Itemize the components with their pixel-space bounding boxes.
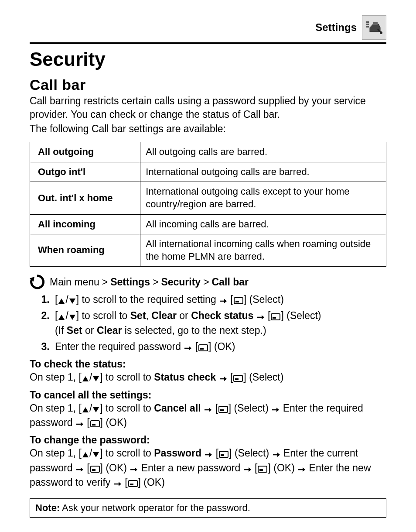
para-text: ] (OK): [100, 462, 130, 474]
section-label: Settings: [315, 21, 357, 34]
softkey-icon: [233, 375, 243, 382]
step-text: ] (Select): [244, 294, 284, 305]
step-text: ] to scroll to: [76, 310, 130, 321]
svg-rect-17: [273, 317, 276, 319]
svg-marker-13: [69, 315, 75, 320]
svg-rect-45: [221, 454, 224, 456]
softkey-icon: [218, 406, 228, 413]
intro-para-1: Call barring restricts certain calls usi…: [30, 94, 386, 121]
svg-marker-47: [277, 453, 280, 457]
subheading-change-password: To change the password:: [30, 434, 386, 446]
down-triangle-icon: [69, 298, 76, 304]
table-key: Out. int'l x home: [30, 182, 140, 214]
svg-marker-28: [82, 407, 89, 412]
para-text: ] (OK): [268, 462, 297, 474]
svg-marker-37: [81, 422, 83, 426]
down-triangle-icon: [69, 314, 76, 320]
softkey-icon: [219, 451, 228, 458]
step-item: [/] to scroll to the required setting []…: [52, 292, 386, 307]
step-text: ] (Select): [281, 310, 321, 321]
para-text: ] to scroll to: [100, 402, 154, 414]
para-check-status: On step 1, [/] to scroll to Status check…: [30, 370, 386, 384]
table-val: All international incoming calls when ro…: [140, 234, 386, 267]
para-text: Enter a new password: [138, 462, 243, 474]
toolbox-icon: [362, 15, 386, 40]
page-title: Security: [30, 48, 386, 70]
right-arrow-icon: [219, 376, 227, 382]
step-text: is selected, go to the next step.): [122, 325, 266, 336]
svg-marker-29: [93, 407, 99, 412]
svg-marker-59: [303, 467, 305, 472]
table-key: All incoming: [30, 214, 140, 234]
step-text-bold: Set: [130, 310, 146, 321]
right-arrow-icon: [114, 481, 122, 487]
right-arrow-icon: [184, 345, 192, 351]
right-arrow-icon: [76, 467, 84, 473]
table-val: International outgoing calls except to y…: [140, 182, 386, 214]
svg-rect-27: [235, 378, 239, 380]
step-text: (If: [55, 325, 67, 336]
para-text: ] (Select): [228, 402, 271, 414]
breadcrumb-prefix: Main menu: [50, 276, 99, 288]
step-text: or: [177, 310, 191, 321]
header-divider: [30, 42, 386, 44]
page-header: Settings: [30, 15, 386, 40]
down-triangle-icon: [92, 407, 99, 413]
right-arrow-icon: [257, 314, 265, 320]
note-text: Ask your network operator for the passwo…: [60, 502, 250, 513]
table-row: When roaming All international incoming …: [30, 234, 386, 267]
svg-rect-3: [373, 22, 378, 25]
table-row: All incoming All incoming calls are barr…: [30, 214, 386, 234]
softkey-icon: [258, 466, 267, 473]
svg-marker-53: [135, 467, 137, 472]
subheading-cancel-all: To cancel all the settings:: [30, 389, 386, 401]
softkey-icon: [234, 297, 243, 304]
up-triangle-icon: [82, 452, 89, 458]
svg-marker-61: [119, 482, 121, 486]
right-arrow-icon: [130, 467, 138, 473]
up-triangle-icon: [82, 376, 89, 382]
svg-rect-51: [92, 469, 95, 471]
svg-rect-1: [366, 24, 369, 25]
right-arrow-icon: [76, 421, 84, 427]
para-cancel-all: On step 1, [/] to scroll to Cancel all […: [30, 401, 386, 430]
svg-marker-55: [249, 467, 251, 472]
table-key: Outgo int'l: [30, 162, 140, 182]
para-text: On step 1, [: [30, 447, 82, 459]
svg-rect-11: [235, 301, 239, 302]
note-box: Note: Ask your network operator for the …: [30, 498, 386, 518]
right-arrow-icon: [298, 467, 306, 473]
up-triangle-icon: [58, 314, 65, 320]
settings-table: All outgoing All outgoing calls are barr…: [30, 142, 386, 267]
step-text: Enter the required password: [55, 341, 184, 352]
table-val: All incoming calls are barred.: [140, 214, 386, 234]
table-row: All outgoing All outgoing calls are barr…: [30, 142, 386, 162]
down-triangle-icon: [92, 452, 99, 458]
para-text: On step 1, [: [30, 402, 82, 414]
subsection-title: Call bar: [30, 76, 386, 93]
breadcrumb-item: Security: [161, 276, 201, 288]
svg-rect-39: [92, 424, 95, 426]
table-row: Outgo int'l International outgoing calls…: [30, 162, 386, 182]
table-row: Out. int'l x home International outgoing…: [30, 182, 386, 214]
svg-marker-25: [224, 377, 227, 381]
para-text-bold: Status check: [154, 371, 216, 383]
step-text: ] to scroll to the required setting: [76, 294, 219, 305]
right-arrow-icon: [244, 467, 252, 473]
table-val: All outgoing calls are barred.: [140, 142, 386, 162]
intro-para-2: The following Call bar settings are avai…: [30, 122, 386, 136]
para-text: ] to scroll to: [100, 371, 154, 383]
svg-marker-40: [82, 452, 89, 457]
step-text-bold: Clear: [151, 310, 177, 321]
nav-arrow-circle-icon: [30, 275, 44, 289]
softkey-icon: [90, 420, 100, 427]
para-text: ] (Select): [243, 371, 283, 383]
svg-marker-12: [58, 315, 65, 320]
para-text: On step 1, [: [30, 371, 82, 383]
step-item: Enter the required password [] (OK): [52, 339, 386, 354]
svg-rect-0: [366, 21, 369, 23]
softkey-icon: [271, 313, 280, 320]
table-val: International outgoing calls are barred.: [140, 162, 386, 182]
subheading-check-status: To check the status:: [30, 358, 386, 370]
svg-point-4: [380, 31, 382, 34]
